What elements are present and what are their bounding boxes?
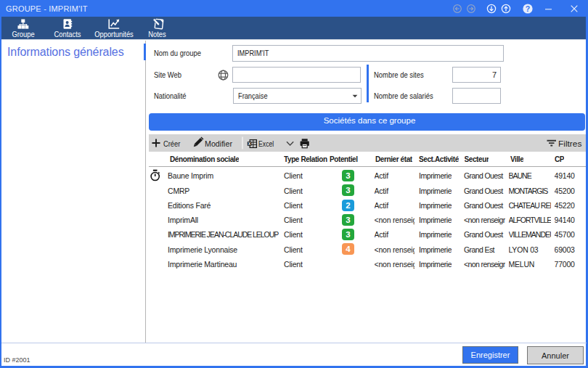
svg-text:X: X <box>248 142 251 146</box>
svg-text:?: ? <box>526 4 530 13</box>
